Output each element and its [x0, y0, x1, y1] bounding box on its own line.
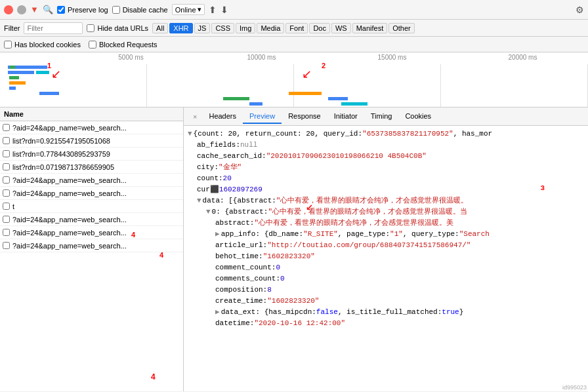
- record-button[interactable]: [4, 5, 13, 14]
- json-line-count: count: 20: [188, 173, 584, 184]
- disable-cache-checkbox[interactable]: [112, 6, 120, 14]
- download-icon[interactable]: ⬇: [220, 5, 228, 15]
- item-checkbox[interactable]: [3, 203, 10, 210]
- json-preview[interactable]: ▼ {count: 20, return_count: 20, query_id…: [184, 126, 588, 391]
- filter-ws[interactable]: WS: [331, 23, 351, 33]
- filter-label: Filter: [4, 24, 20, 32]
- list-item[interactable]: ?aid=24&app_name=web_search...: [0, 213, 183, 226]
- annotation-2-label: 2: [322, 62, 326, 69]
- item-name: list?rdn=0.9215547195051068: [12, 137, 110, 145]
- filter-manifest[interactable]: Manifest: [352, 23, 388, 33]
- wf-bar-11: [289, 92, 322, 95]
- preserve-log-label: Preserve log: [68, 6, 108, 14]
- wf-bar-2: [10, 66, 15, 69]
- wf-bar-10: [249, 102, 262, 106]
- request-list-header: Name 4: [0, 108, 183, 121]
- item-checkbox[interactable]: [3, 242, 10, 249]
- wf-label-5000: 5000 ms: [66, 54, 196, 61]
- tab-headers[interactable]: Headers: [202, 109, 243, 124]
- wf-bar-4: [36, 71, 49, 74]
- upload-icon[interactable]: ⬆: [209, 5, 217, 15]
- blocked-requests-row: Blocked Requests: [89, 41, 158, 49]
- filter-font[interactable]: Font: [285, 23, 308, 33]
- annotation-4: 4: [159, 251, 163, 259]
- name-column-header: Name: [4, 110, 24, 118]
- preserve-log-checkbox[interactable]: [57, 6, 65, 14]
- annotation-3-arrow: ↙: [306, 198, 313, 216]
- item-checkbox[interactable]: [3, 189, 10, 197]
- wf-bar-6: [9, 81, 26, 85]
- detail-panel: × Headers Preview Response Initiator Tim…: [184, 108, 588, 391]
- list-item[interactable]: ?aid=24&app_name=web_search...: [0, 239, 183, 252]
- filter-types: All XHR JS CSS Img Media Font Doc WS Man…: [152, 23, 415, 33]
- waterfall-bars: [0, 64, 588, 107]
- json-line-data-ext: ▶ data_ext: {has_mipcdn: false , is_titl…: [188, 307, 584, 318]
- list-item[interactable]: list?rdn=0.7784430895293759: [0, 147, 183, 161]
- json-line-comment-count: comment_count: 0: [188, 262, 584, 273]
- tab-preview[interactable]: Preview: [243, 109, 282, 124]
- list-item[interactable]: ?aid=24&app_name=web_search...: [0, 187, 183, 200]
- toolbar: ▼ 🔍 Preserve log Disable cache Online ▾ …: [0, 0, 588, 20]
- has-blocked-cookies-row: Has blocked cookies: [4, 41, 81, 49]
- filter-xhr[interactable]: XHR: [169, 23, 192, 33]
- item-checkbox[interactable]: [3, 150, 10, 157]
- filter-css[interactable]: CSS: [211, 23, 234, 33]
- item-name: list?rdn=0.07198713786659905: [12, 163, 114, 171]
- wf-label-10000: 10000 ms: [196, 54, 327, 61]
- wf-bar-13: [341, 102, 368, 106]
- settings-icon[interactable]: ⚙: [576, 5, 584, 15]
- wf-bar-5: [9, 76, 19, 79]
- online-label: Online: [175, 6, 196, 14]
- hide-data-urls-checkbox[interactable]: [87, 24, 94, 32]
- item-checkbox[interactable]: [3, 176, 10, 184]
- list-item[interactable]: list?rdn=0.9215547195051068: [0, 134, 183, 147]
- json-line-create-time: create_time: "1602823320": [188, 296, 584, 307]
- main-layout: Name 4 ?aid=24&app_name=web_search... li…: [0, 108, 588, 391]
- close-panel-button[interactable]: ×: [188, 110, 202, 123]
- item-checkbox[interactable]: [3, 124, 10, 131]
- hide-data-urls-label: Hide data URLs: [97, 24, 148, 32]
- filter-media[interactable]: Media: [257, 23, 284, 33]
- filter-all[interactable]: All: [152, 23, 168, 33]
- request-list: Name 4 ?aid=24&app_name=web_search... li…: [0, 108, 184, 391]
- json-line-composition: composition: 8: [188, 284, 584, 296]
- has-blocked-cookies-label: Has blocked cookies: [14, 41, 81, 49]
- filter-doc[interactable]: Doc: [309, 23, 330, 33]
- item-checkbox[interactable]: [3, 163, 10, 170]
- item-checkbox[interactable]: [3, 216, 10, 223]
- item-checkbox[interactable]: [3, 137, 10, 144]
- blocked-requests-checkbox[interactable]: [89, 41, 96, 49]
- tab-cookies[interactable]: Cookies: [398, 109, 438, 124]
- filter-input[interactable]: [24, 22, 83, 34]
- blocked-cookies-checkbox[interactable]: [4, 41, 12, 49]
- list-item[interactable]: ?aid=24&app_name=web_search...: [0, 226, 183, 239]
- filter-icon[interactable]: ▼: [30, 5, 39, 14]
- item-checkbox[interactable]: [3, 229, 10, 236]
- wf-bar-12: [328, 97, 348, 100]
- wf-bar-7: [9, 87, 16, 90]
- list-item[interactable]: ?aid=24&app_name=web_search...: [0, 174, 183, 187]
- list-item[interactable]: list?rdn=0.07198713786659905: [0, 161, 183, 174]
- waterfall: 5000 ms 10000 ms 15000 ms 20000 ms 1 ↙ 2…: [0, 52, 588, 108]
- waterfall-labels: 5000 ms 10000 ms 15000 ms 20000 ms: [0, 54, 588, 61]
- wf-label-20000: 20000 ms: [457, 54, 588, 61]
- json-line-cur: cur ⬛ 1602897269 3: [188, 184, 584, 195]
- tab-initiator[interactable]: Initiator: [327, 109, 364, 124]
- cookiebar: Has blocked cookies Blocked Requests: [0, 37, 588, 52]
- filter-js[interactable]: JS: [194, 23, 211, 33]
- tab-timing[interactable]: Timing: [364, 109, 399, 124]
- stop-button[interactable]: [17, 5, 26, 14]
- detail-tabs: × Headers Preview Response Initiator Tim…: [184, 108, 588, 126]
- network-throttle-select[interactable]: Online ▾: [172, 4, 205, 15]
- item-name: ?aid=24&app_name=web_search...: [12, 189, 127, 197]
- tab-response[interactable]: Response: [282, 109, 327, 124]
- list-item[interactable]: ?aid=24&app_name=web_search...: [0, 121, 183, 134]
- list-item[interactable]: t: [0, 200, 183, 213]
- search-icon[interactable]: 🔍: [43, 5, 53, 14]
- json-line-root: ▼ {count: 20, return_count: 20, query_id…: [188, 128, 584, 140]
- json-line-behot-time: behot_time: "1602823320": [188, 251, 584, 262]
- annotation-3-label: 3: [540, 183, 545, 194]
- filter-img[interactable]: Img: [236, 23, 255, 33]
- filter-other[interactable]: Other: [388, 23, 415, 33]
- wf-bar-8: [39, 92, 59, 95]
